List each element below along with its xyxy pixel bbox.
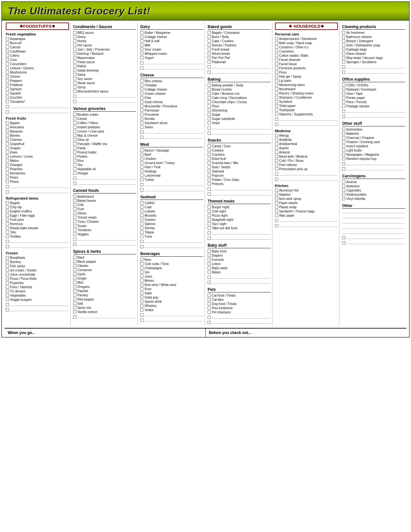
- checkbox[interactable]: [140, 205, 143, 209]
- list-item[interactable]: Bleu cheese: [140, 79, 203, 83]
- checkbox[interactable]: [140, 210, 143, 213]
- list-item[interactable]: Hotdogs: [140, 169, 203, 173]
- list-item[interactable]: Cake / Cookies: [208, 39, 271, 43]
- list-item[interactable]: Toothpaste: [275, 108, 338, 112]
- list-item[interactable]: Asparagus: [6, 37, 69, 41]
- checkbox[interactable]: [6, 240, 9, 243]
- checkbox[interactable]: [342, 149, 345, 152]
- checkbox[interactable]: [208, 187, 211, 191]
- list-item[interactable]: Onions: [6, 74, 69, 79]
- list-item[interactable]: Fries / Tatertots: [6, 285, 69, 289]
- list-item[interactable]: Grapes: [6, 146, 69, 150]
- list-item[interactable]: Catfish: [140, 201, 203, 205]
- list-item[interactable]: Juice: [140, 274, 203, 279]
- checkbox[interactable]: [208, 52, 211, 55]
- list-item[interactable]: Cauliflower: [6, 49, 69, 54]
- list-item[interactable]: Ham / Pork: [140, 165, 203, 169]
- list-item[interactable]: Granola bars / Mix: [208, 161, 271, 165]
- list-item[interactable]: Turkey: [140, 178, 203, 182]
- list-item[interactable]: Pickles: [73, 154, 136, 159]
- checkbox[interactable]: [6, 45, 9, 49]
- list-item[interactable]: Sponges / Scrubbers: [342, 60, 405, 64]
- checkbox[interactable]: [73, 306, 76, 309]
- list-item[interactable]: Cotton swabs / Balls: [275, 54, 338, 58]
- list-item[interactable]: Diapers: [208, 253, 271, 258]
- checkbox[interactable]: [275, 214, 278, 217]
- list-item[interactable]: Tofu: [6, 230, 69, 234]
- list-item[interactable]: Parmesan: [140, 108, 203, 113]
- list-item[interactable]: Allergy: [275, 133, 338, 138]
- list-item[interactable]: Garbage bags: [342, 47, 405, 52]
- list-item[interactable]: Spaghetti night: [208, 218, 271, 222]
- checkbox[interactable]: [6, 277, 9, 280]
- checkbox[interactable]: [208, 222, 211, 225]
- list-item[interactable]: Oregano: [73, 285, 136, 289]
- checkbox[interactable]: [208, 302, 211, 305]
- list-item[interactable]: Spice mix: [73, 306, 136, 310]
- checkbox[interactable]: [6, 163, 9, 166]
- checkbox[interactable]: [6, 235, 9, 238]
- list-item[interactable]: Salt: [73, 301, 136, 306]
- list-item[interactable]: Zucchini: [6, 95, 69, 100]
- checkbox[interactable]: [342, 56, 345, 59]
- list-item[interactable]: Tilapia: [140, 230, 203, 234]
- list-item[interactable]: Apples: [6, 121, 69, 125]
- list-item[interactable]: Baby wash: [208, 266, 271, 270]
- checkbox[interactable]: [208, 44, 211, 47]
- list-item[interactable]: Yeast: [208, 121, 271, 125]
- checkbox[interactable]: [73, 203, 76, 206]
- list-item[interactable]: Antiperspirant / Deodorant: [275, 37, 338, 41]
- list-item[interactable]: Crab: [140, 205, 203, 209]
- checkbox[interactable]: [6, 125, 9, 129]
- list-item[interactable]: Bath soap / Hand soap: [275, 41, 338, 45]
- checkbox[interactable]: [342, 128, 345, 131]
- checkbox[interactable]: [140, 48, 143, 51]
- list-item[interactable]: Paper towels: [275, 201, 338, 205]
- checkbox[interactable]: [342, 104, 345, 108]
- list-item[interactable]: Melon: [6, 159, 69, 163]
- checkbox[interactable]: [6, 155, 9, 158]
- checkbox[interactable]: [342, 153, 345, 156]
- list-item[interactable]: Nectarines: [6, 171, 69, 175]
- list-item[interactable]: Sugar substitute: [208, 117, 271, 121]
- list-item[interactable]: Bathroom cleaner: [342, 35, 405, 39]
- checkbox[interactable]: [208, 250, 211, 253]
- checkbox[interactable]: [208, 161, 211, 164]
- list-item[interactable]: Sour cream: [140, 47, 203, 52]
- checkbox[interactable]: [208, 271, 211, 274]
- checkbox[interactable]: [275, 134, 278, 137]
- list-item[interactable]: Cake icing / Decorations: [208, 96, 271, 100]
- list-item[interactable]: Feminine products: [275, 66, 338, 70]
- checkbox[interactable]: [208, 210, 211, 213]
- list-item[interactable]: Glue / Tape: [342, 92, 405, 96]
- list-item[interactable]: Kiwis: [6, 150, 69, 154]
- checkbox[interactable]: [73, 293, 76, 297]
- list-item[interactable]: Soups: [73, 224, 136, 228]
- checkbox[interactable]: [6, 92, 9, 95]
- list-item[interactable]: Cake / Brownie mix: [208, 92, 271, 96]
- checkbox[interactable]: [73, 289, 76, 292]
- checkbox[interactable]: [140, 279, 143, 282]
- list-item[interactable]: Arsenic: [342, 180, 405, 184]
- checkbox[interactable]: [208, 281, 211, 284]
- checkbox[interactable]: [73, 167, 76, 171]
- list-item[interactable]: Lettuce / Greens: [6, 66, 69, 70]
- checkbox[interactable]: [208, 65, 211, 69]
- list-item[interactable]: Mushrooms: [6, 70, 69, 74]
- checkbox[interactable]: [275, 108, 278, 112]
- checkbox[interactable]: [140, 258, 143, 261]
- list-item[interactable]: Cheddar: [140, 83, 203, 87]
- checkbox[interactable]: [208, 232, 211, 235]
- checkbox[interactable]: [208, 60, 211, 64]
- checkbox[interactable]: [73, 56, 76, 59]
- checkbox[interactable]: [275, 201, 278, 204]
- list-item[interactable]: Mouthwash: [275, 87, 338, 91]
- list-item[interactable]: Chili: [73, 203, 136, 207]
- list-item[interactable]: Ice cream / Sorbet: [6, 268, 69, 272]
- list-item[interactable]: Ketchup / Mustard: [73, 52, 136, 56]
- checkbox[interactable]: [140, 31, 143, 34]
- checkbox[interactable]: [140, 245, 143, 248]
- checkbox[interactable]: [140, 296, 143, 299]
- list-item[interactable]: Mussels: [140, 213, 203, 218]
- list-item[interactable]: BBQ sauce: [73, 31, 136, 35]
